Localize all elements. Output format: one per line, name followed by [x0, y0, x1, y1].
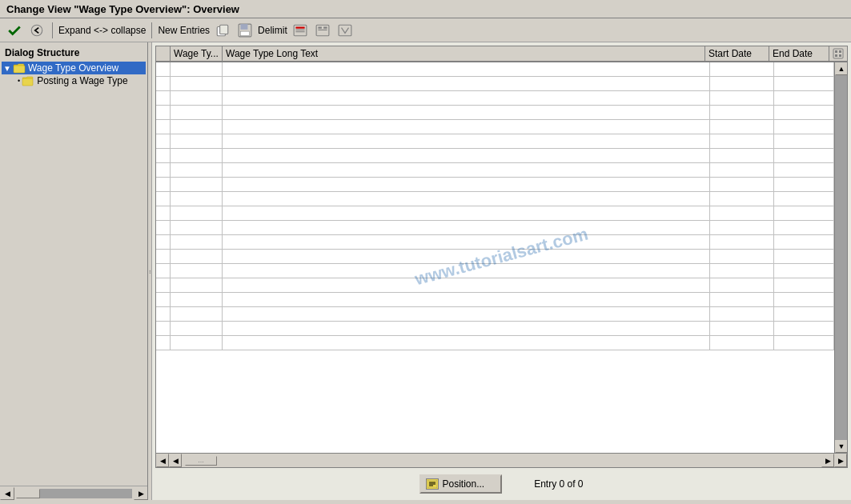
footer-area: Position... Entry 0 of 0 [155, 468, 848, 497]
table-cell-startdate [710, 134, 774, 148]
table-cell-enddate [774, 336, 834, 350]
table-cell-select [156, 192, 171, 206]
table-row[interactable] [156, 149, 834, 163]
svg-rect-13 [318, 29, 327, 30]
table-cell-wagety [171, 134, 223, 148]
table-row[interactable] [156, 293, 834, 307]
table-row[interactable] [156, 163, 834, 178]
save-button[interactable] [235, 22, 255, 39]
db-icon-2 [315, 23, 330, 38]
table-cell-select [156, 322, 171, 335]
col-header-settings[interactable] [829, 46, 847, 61]
table-row[interactable] [156, 178, 834, 192]
position-button[interactable]: Position... [419, 474, 502, 494]
table-cell-wagetext [223, 336, 710, 350]
sidebar-scroll-track [16, 489, 132, 498]
table-row[interactable] [156, 120, 834, 134]
table-cell-wagety [171, 178, 223, 191]
table-cell-wagety [171, 307, 223, 321]
svg-rect-18 [839, 50, 841, 53]
table-cell-wagetext [223, 77, 710, 90]
hscroll-right-2[interactable]: ▶ [834, 454, 847, 467]
table-row[interactable] [156, 336, 834, 350]
table-cell-select [156, 307, 171, 321]
table-cell-enddate [774, 62, 834, 76]
table-cell-select [156, 91, 171, 105]
table-row[interactable] [156, 77, 834, 91]
table-row[interactable] [156, 250, 834, 264]
table-cell-startdate [710, 192, 774, 206]
table-cell-wagetext [223, 235, 710, 249]
hscroll-left-2[interactable]: ◀ [169, 454, 182, 467]
separator-2 [151, 22, 152, 38]
icon-btn-1[interactable] [291, 22, 310, 39]
table-cell-select [156, 149, 171, 162]
col-header-wagetext: Wage Type Long Text [223, 46, 705, 61]
sidebar-sub-posting: • Posting a Wage Type [2, 74, 146, 87]
table-row[interactable] [156, 235, 834, 250]
svg-rect-15 [22, 78, 33, 86]
sidebar-scroll-thumb[interactable] [16, 489, 40, 498]
sidebar-scroll-right[interactable]: ▶ [134, 487, 148, 500]
table-cell-select [156, 336, 171, 350]
svg-rect-8 [295, 29, 304, 30]
table-cell-enddate [774, 250, 834, 263]
new-entries-button[interactable]: New Entries [158, 25, 210, 36]
table-row[interactable] [156, 264, 834, 278]
table-row[interactable] [156, 106, 834, 120]
table-cell-wagety [171, 293, 223, 306]
table-row[interactable] [156, 322, 834, 336]
table-row[interactable] [156, 192, 834, 206]
sidebar-title: Dialog Structure [2, 46, 146, 62]
svg-point-0 [31, 25, 42, 36]
table-row[interactable] [156, 134, 834, 149]
table-cell-wagetext [223, 307, 710, 321]
table-cell-startdate [710, 163, 774, 177]
table-cell-select [156, 221, 171, 234]
svg-rect-16 [833, 49, 843, 58]
table-row[interactable] [156, 278, 834, 293]
table-cell-wagety [171, 91, 223, 105]
folder-open-icon [13, 63, 26, 74]
entry-count: Entry 0 of 0 [534, 478, 583, 490]
table-row[interactable] [156, 206, 834, 221]
svg-rect-2 [220, 25, 228, 34]
table-cell-startdate [710, 322, 774, 335]
table-row[interactable] [156, 307, 834, 322]
table-cell-select [156, 264, 171, 278]
expand-collapse-button[interactable]: Expand <-> collapse [58, 25, 146, 36]
table-cell-enddate [774, 278, 834, 292]
hscroll-thumb[interactable]: ··· [185, 456, 217, 466]
back-button[interactable] [27, 22, 46, 39]
icon-btn-3[interactable] [335, 22, 355, 39]
table-cell-wagetext [223, 134, 710, 148]
table-cell-select [156, 293, 171, 306]
col-header-wagety: Wage Ty... [171, 46, 223, 61]
table-row[interactable] [156, 221, 834, 235]
vscroll-up[interactable]: ▲ [835, 62, 847, 75]
table-cell-wagety [171, 336, 223, 350]
icon-btn-2[interactable] [313, 22, 332, 39]
sidebar-item-wage-type-overview[interactable]: ▼ Wage Type Overview [2, 62, 146, 74]
hscroll-right-1[interactable]: ▶ [821, 454, 834, 467]
table-cell-select [156, 77, 171, 90]
table-cell-wagetext [223, 322, 710, 335]
table-cell-select [156, 178, 171, 191]
hscroll-area: ◀ ◀ ··· ▶ ▶ [156, 453, 847, 467]
table-cell-wagety [171, 149, 223, 162]
table-row[interactable] [156, 91, 834, 106]
table-cell-startdate [710, 120, 774, 134]
sidebar-item-posting[interactable]: • Posting a Wage Type [16, 74, 146, 87]
vscroll-down[interactable]: ▼ [835, 440, 847, 453]
sidebar-scroll-left[interactable]: ◀ [0, 487, 14, 500]
hscroll-left-1[interactable]: ◀ [156, 454, 169, 467]
table-cell-wagetext [223, 163, 710, 177]
table-cell-wagetext [223, 278, 710, 292]
copy-button[interactable] [213, 22, 232, 39]
table-cell-startdate [710, 293, 774, 306]
table-cell-startdate [710, 178, 774, 191]
check-button[interactable] [5, 22, 24, 39]
delimit-button[interactable]: Delimit [258, 25, 287, 36]
table-row[interactable] [156, 62, 834, 77]
table-cell-select [156, 106, 171, 119]
